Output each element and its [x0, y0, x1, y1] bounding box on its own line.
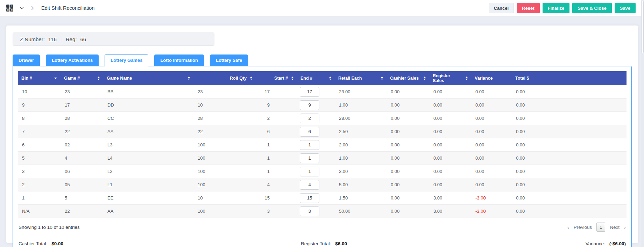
cell-variance: 0.00: [471, 112, 512, 125]
chevron-down-icon[interactable]: [19, 5, 24, 11]
tab[interactable]: Lotto Information: [154, 55, 204, 66]
cell-cashier-sales: 0.00: [387, 138, 429, 152]
sort-icon: [188, 77, 190, 80]
shift-info-box: Z Number:116 Reg:66: [13, 32, 214, 46]
cell-bin: 10: [18, 85, 61, 99]
end-number-input[interactable]: [300, 193, 319, 203]
column-header[interactable]: Start #: [256, 71, 297, 85]
calc-multiply-glyph: ×: [6, 8, 9, 12]
end-number-input[interactable]: [300, 127, 319, 137]
cell-game-number: 02: [61, 138, 103, 152]
end-number-input[interactable]: [300, 100, 319, 110]
cell-cashier-sales: 0.00: [387, 152, 429, 165]
cell-register-sales: 0.00: [429, 165, 471, 178]
tab[interactable]: Drawer: [13, 55, 40, 66]
column-header[interactable]: Retail Each: [335, 71, 387, 85]
cell-retail-each: 1.00: [335, 152, 387, 165]
end-number-input[interactable]: [300, 167, 319, 176]
cell-cashier-sales: 0.00: [387, 99, 429, 112]
page-title: Edit Shift Reconciliation: [41, 5, 94, 11]
column-header-label: Start #: [274, 76, 288, 81]
cell-variance: 0.00: [471, 85, 512, 99]
cell-cashier-sales: 0.00: [387, 125, 429, 138]
cell-bin: 5: [18, 152, 61, 165]
cell-roll-qty: 10: [193, 191, 256, 205]
cell-roll-qty: 100: [193, 138, 256, 152]
column-header[interactable]: Game #: [61, 71, 103, 85]
action-button[interactable]: Reset: [517, 3, 539, 13]
column-header[interactable]: Game Name: [103, 71, 193, 85]
cell-total: 0.00: [512, 138, 627, 152]
end-number-input[interactable]: [300, 140, 319, 150]
action-button[interactable]: Save & Close: [572, 3, 611, 13]
cell-game-name: DD: [103, 99, 193, 112]
cell-retail-each: 5.00: [335, 178, 387, 191]
tab[interactable]: Lottery Activations: [46, 55, 99, 66]
sort-icon: [291, 77, 293, 80]
table-row: 8 28 CC 28 2 28.00 0.00 0.00 0.00 0.00: [18, 112, 627, 125]
cell-end-number: [297, 178, 335, 191]
entries-summary: Showing 1 to 10 of 10 entries: [19, 225, 80, 230]
calc-minus-glyph: −: [6, 5, 9, 8]
cell-game-number: 17: [61, 99, 103, 112]
tab[interactable]: Lottery Games: [105, 55, 148, 66]
action-button[interactable]: Save: [615, 3, 636, 13]
end-number-input[interactable]: [300, 180, 319, 190]
table-row: 5 4 L4 100 1 1.00 0.00 0.00 0.00 0.00: [18, 152, 627, 165]
cell-roll-qty: 100: [193, 205, 256, 218]
cell-game-name: CC: [103, 112, 193, 125]
cell-register-sales: 0.00: [429, 112, 471, 125]
column-header-label: Roll Qty: [230, 76, 247, 81]
next-chevron-icon[interactable]: ›: [624, 224, 626, 230]
column-header-label: Variance: [475, 76, 493, 81]
cell-game-number: 28: [61, 112, 103, 125]
cell-variance: 0.00: [471, 178, 512, 191]
cell-start-number: 6: [256, 125, 297, 138]
cell-start-number: 2: [256, 112, 297, 125]
action-button[interactable]: Finalize: [543, 3, 570, 13]
end-number-input[interactable]: [300, 206, 319, 216]
end-number-input[interactable]: [300, 87, 319, 97]
cell-game-number: 05: [61, 178, 103, 191]
previous-page-button[interactable]: Previous: [574, 225, 592, 230]
cell-end-number: [297, 85, 335, 99]
next-page-button[interactable]: Next: [610, 225, 620, 230]
column-header-label: Register Sales: [433, 73, 463, 83]
cell-end-number: [297, 165, 335, 178]
table-footer: Showing 1 to 10 of 10 entries ‹ Previous…: [18, 218, 627, 236]
scrollbar-thumb[interactable]: [641, 1, 644, 53]
cell-total: 0.00: [512, 205, 627, 218]
cell-register-sales: 0.00: [429, 138, 471, 152]
lottery-games-table: Bin # Game #: [18, 71, 627, 218]
register-label: Reg:: [66, 36, 77, 42]
cell-bin: 9: [18, 99, 61, 112]
end-number-input[interactable]: [300, 153, 319, 163]
page-1-button[interactable]: 1: [596, 223, 605, 232]
action-button[interactable]: Cancel: [489, 3, 514, 13]
sort-icon: [466, 77, 468, 80]
sort-icon: [381, 77, 383, 80]
end-number-input[interactable]: [300, 114, 319, 123]
previous-chevron-icon[interactable]: ‹: [567, 224, 569, 230]
cell-game-name: BB: [103, 85, 193, 99]
table-row: 7 22 AA 22 6 2.50 0.00 0.00 0.00 0.00: [18, 125, 627, 138]
column-header-label: Cashier Sales: [390, 76, 419, 81]
column-header[interactable]: Cashier Sales: [387, 71, 429, 85]
apps-calculator-icon[interactable]: −+×=: [6, 5, 13, 12]
column-header[interactable]: Register Sales: [429, 71, 471, 85]
cell-roll-qty: 10: [193, 99, 256, 112]
cell-cashier-sales: 0.00: [387, 85, 429, 99]
cell-variance: -3.00: [471, 205, 512, 218]
cell-end-number: [297, 205, 335, 218]
cell-bin: N/A: [18, 205, 61, 218]
cashier-total: Cashier Total:$0.00: [19, 241, 63, 246]
cell-start-number: 15: [256, 191, 297, 205]
column-header[interactable]: Bin #: [18, 71, 61, 85]
scrollbar-track[interactable]: [641, 0, 644, 247]
cell-variance: 0.00: [471, 125, 512, 138]
column-header[interactable]: End #: [297, 71, 335, 85]
column-header[interactable]: Roll Qty: [193, 71, 256, 85]
chevron-right-icon: [30, 6, 35, 10]
cell-cashier-sales: 0.00: [387, 112, 429, 125]
tab[interactable]: Lottery Safe: [210, 55, 248, 66]
